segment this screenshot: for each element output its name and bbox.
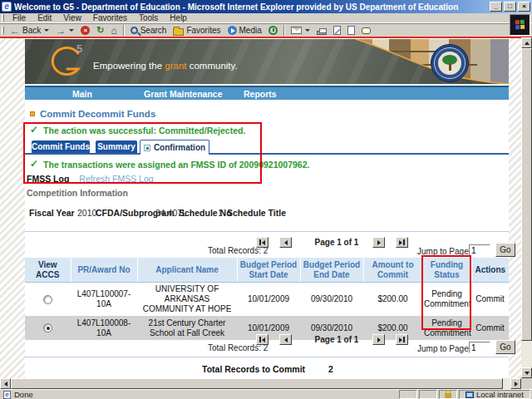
table-row: L407L100007-10A UNIVERSITY OF ARKANSAS C…	[25, 283, 509, 317]
nav-reports[interactable]: Reports	[244, 89, 277, 99]
status-page-icon: e	[3, 391, 11, 399]
commit-funds-table: View ACCS PR/Award No Applicant Name Bud…	[25, 258, 509, 340]
scroll-left-button[interactable]	[0, 378, 11, 389]
forward-dropdown-icon[interactable]	[69, 29, 74, 32]
lock-icon	[445, 393, 451, 398]
stop-icon: ×	[81, 26, 90, 35]
field-schedule-no-value: 1	[218, 208, 223, 218]
title-bar: e Welcome to G5 - Department of Educatio…	[0, 0, 532, 13]
forward-icon: →	[56, 26, 66, 36]
back-dropdown-icon[interactable]	[44, 29, 49, 32]
menu-bar: File Edit View Favorites Tools Help	[0, 13, 532, 23]
title-bullet-icon	[30, 111, 35, 116]
tab-confirmation[interactable]: Confirmation	[140, 140, 209, 155]
divider	[25, 231, 509, 232]
commit-action[interactable]: Commit	[471, 283, 509, 317]
refresh-button[interactable]: ↻	[93, 24, 107, 37]
history-icon	[268, 26, 278, 35]
refresh-icon: ↻	[96, 26, 104, 35]
print-button[interactable]	[313, 24, 330, 37]
tab-commit-funds[interactable]: Commit Funds	[32, 140, 90, 153]
total-records-to-commit-label: Total Records to Commit	[202, 364, 305, 374]
favorites-icon	[173, 28, 184, 36]
menu-file[interactable]: File	[7, 13, 32, 22]
field-fiscal-year-value: 2010	[77, 208, 96, 218]
success-check-icon: ✓	[30, 126, 38, 135]
prev-page-button[interactable]	[279, 334, 292, 345]
go-button[interactable]: Go	[495, 340, 515, 354]
prev-page-button[interactable]	[279, 237, 292, 248]
pager-top: Total Records: 2 Page 1 of 1 Jump to Pag…	[25, 235, 509, 257]
search-button[interactable]: Search	[127, 24, 170, 37]
header-funding-status[interactable]: Funding Status	[422, 258, 471, 283]
edit-button[interactable]	[330, 24, 344, 37]
favorites-button[interactable]: Favorites	[170, 24, 224, 37]
fmss-message: ✓ The transactions were assigned an FMSS…	[30, 160, 309, 170]
toolbar-separator	[283, 25, 285, 36]
view-accs-radio-row1[interactable]	[43, 295, 52, 304]
home-button[interactable]: ⌂	[107, 24, 120, 37]
scroll-up-button[interactable]	[521, 37, 532, 48]
mail-dropdown-icon[interactable]	[305, 29, 310, 32]
go-button[interactable]: Go	[495, 243, 515, 257]
tab-summary[interactable]: Summary	[96, 140, 137, 153]
header-applicant-name[interactable]: Applicant Name	[137, 258, 237, 283]
jump-to-page-label: Jump to Page	[417, 344, 469, 353]
horizontal-scrollbar[interactable]	[0, 378, 521, 389]
zone-text: Local intranet	[476, 390, 524, 399]
status-text: Done	[14, 390, 33, 399]
first-page-button[interactable]	[256, 237, 268, 248]
windows-logo-icon	[515, 20, 525, 31]
history-button[interactable]	[265, 24, 281, 37]
confirmation-tab-icon	[144, 145, 150, 151]
nav-main[interactable]: Main	[72, 89, 92, 99]
page-title: Commit Decommit Funds	[40, 109, 155, 119]
media-button[interactable]: Media	[224, 24, 265, 37]
field-fiscal-year-label: Fiscal Year	[29, 208, 75, 218]
edit-icon	[333, 26, 341, 35]
header-budget-start[interactable]: Budget Period Start Date	[237, 258, 300, 283]
status-panel	[419, 390, 437, 399]
tab-strip: Commit Funds Summary Confirmation	[25, 140, 509, 155]
header-budget-end[interactable]: Budget Period End Date	[300, 258, 363, 283]
last-page-button[interactable]	[396, 237, 408, 248]
mail-button[interactable]	[288, 24, 313, 37]
restore-button[interactable]: □	[504, 2, 516, 12]
discuss-icon	[362, 27, 371, 34]
search-icon	[131, 27, 138, 34]
next-page-button[interactable]	[372, 237, 385, 248]
close-button[interactable]: ×	[518, 2, 530, 12]
header-pr-award-no[interactable]: PR/Award No	[71, 258, 137, 283]
menu-help[interactable]: Help	[164, 13, 193, 22]
g5-banner: 5 Empowering the grant community.	[25, 39, 509, 84]
jump-to-page-input[interactable]	[469, 342, 490, 353]
refresh-fmss-log-link[interactable]: Refresh FMSS Log	[79, 174, 153, 184]
horizontal-scroll-thumb[interactable]	[11, 378, 503, 389]
menu-tools[interactable]: Tools	[133, 13, 164, 22]
stop-button[interactable]: ×	[77, 24, 93, 37]
vertical-scroll-thumb[interactable]	[521, 48, 532, 341]
minimize-button[interactable]: _	[490, 2, 502, 12]
vertical-scrollbar[interactable]	[521, 37, 532, 378]
g5-logo-five: 5	[76, 42, 82, 55]
funding-status: Pending Commitment	[422, 283, 471, 317]
page-title-row: Commit Decommit Funds	[30, 109, 155, 119]
dept-of-education-seal	[431, 44, 469, 82]
menu-edit[interactable]: Edit	[32, 13, 57, 22]
scroll-down-button[interactable]	[521, 367, 532, 378]
view-accs-radio-row2[interactable]	[43, 323, 52, 332]
pager-bottom: Total Records: 2 Page 1 of 1 Jump to Pag…	[25, 332, 509, 354]
messenger-button[interactable]	[344, 24, 358, 37]
menu-view[interactable]: View	[57, 13, 87, 22]
scroll-right-button[interactable]	[510, 378, 521, 389]
nav-grant-maintenance[interactable]: Grant Maintenance	[144, 89, 223, 99]
menu-favorites[interactable]: Favorites	[87, 13, 133, 22]
next-page-button[interactable]	[372, 334, 385, 345]
forward-button[interactable]: →	[52, 24, 77, 37]
jump-to-page-input[interactable]	[469, 244, 490, 256]
discuss-button[interactable]	[358, 24, 374, 37]
back-button[interactable]: ← Back	[7, 24, 52, 37]
first-page-button[interactable]	[256, 334, 268, 345]
header-amount[interactable]: Amount to Commit	[363, 258, 422, 283]
last-page-button[interactable]	[396, 334, 408, 345]
